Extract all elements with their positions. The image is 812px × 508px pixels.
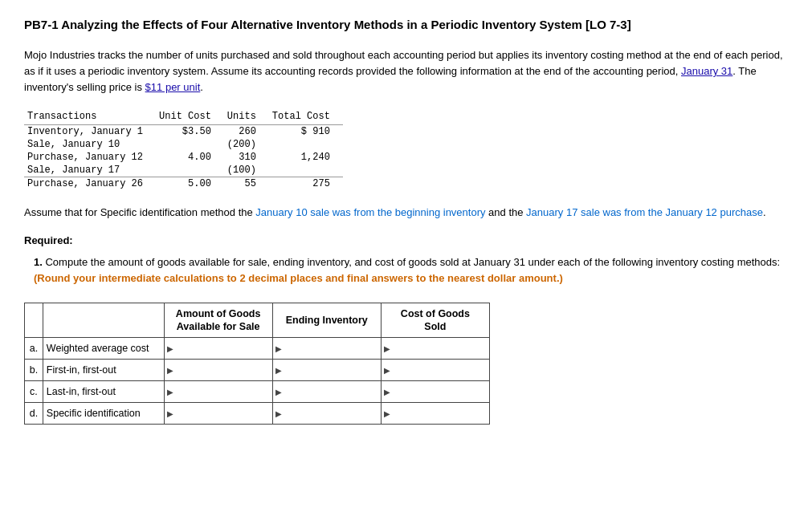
col-header-ending-inventory: Ending Inventory — [272, 303, 381, 338]
total-cost-value — [269, 138, 343, 151]
input-cell-b-cogs[interactable]: ▶ — [381, 360, 489, 381]
arrow-icon-a1: ▶ — [165, 344, 173, 353]
col-header-method — [43, 303, 164, 338]
input-cell-a-goods[interactable]: ▶ — [164, 338, 272, 360]
answer-row-b: b. First-in, first-out ▶ ▶ ▶ — [25, 360, 490, 381]
page-title: PB7-1 Analyzing the Effects of Four Alte… — [24, 16, 788, 33]
method-label-a: Weighted average cost — [43, 338, 164, 360]
input-b-ending-inventory[interactable] — [282, 360, 381, 380]
input-cell-a-cogs[interactable]: ▶ — [381, 338, 489, 360]
assume-highlight-2: January 17 sale was from the January 12 … — [526, 206, 763, 218]
input-c-goods-available[interactable] — [173, 381, 272, 402]
arrow-icon-b1: ▶ — [165, 366, 173, 375]
unit-cost-value — [156, 164, 224, 177]
unit-cost-value: 4.00 — [156, 151, 224, 164]
transaction-name: Inventory, January 1 — [24, 125, 156, 139]
unit-cost-value: $3.50 — [156, 125, 224, 139]
transaction-name: Purchase, January 12 — [24, 151, 156, 164]
table-row: Inventory, January 1 $3.50 260 $ 910 — [24, 125, 343, 139]
col-header-letter — [25, 303, 43, 338]
input-cell-a-ending[interactable]: ▶ — [272, 338, 381, 360]
total-cost-value — [269, 164, 343, 177]
input-b-goods-available[interactable] — [173, 360, 272, 380]
units-value: (100) — [224, 164, 269, 177]
units-value: 310 — [224, 151, 269, 164]
price-highlight: $11 per unit — [145, 81, 201, 93]
unit-cost-value — [156, 138, 224, 151]
method-label-b: First-in, first-out — [43, 360, 164, 381]
answer-table: Amount of GoodsAvailable for Sale Ending… — [24, 303, 490, 425]
answer-row-c: c. Last-in, first-out ▶ ▶ ▶ — [25, 381, 490, 403]
transaction-name: Purchase, January 26 — [24, 177, 156, 191]
assume-text: Assume that for Specific identification … — [24, 205, 788, 221]
question-number: 1. — [34, 256, 43, 268]
input-d-cogs[interactable] — [390, 403, 489, 424]
input-d-ending-inventory[interactable] — [282, 403, 381, 424]
transaction-name: Sale, January 10 — [24, 138, 156, 151]
table-row: Sale, January 10 (200) — [24, 138, 343, 151]
answer-row-d: d. Specific identification ▶ ▶ — [25, 403, 490, 425]
rounding-instruction: (Round your intermediate calculations to… — [34, 272, 563, 284]
input-b-cogs[interactable] — [390, 360, 489, 380]
arrow-icon-c2: ▶ — [273, 388, 282, 396]
answer-row-a: a. Weighted average cost ▶ ▶ ▶ — [25, 338, 490, 360]
required-label: Required: — [24, 234, 788, 246]
unit-cost-value: 5.00 — [156, 177, 224, 191]
table-header-row: Transactions Unit Cost Units Total Cost — [24, 110, 343, 125]
total-cost-value: $ 910 — [269, 125, 343, 139]
input-a-goods-available[interactable] — [173, 338, 272, 359]
arrow-icon-c1: ▶ — [165, 388, 173, 396]
assume-highlight-1: January 10 sale was from the beginning i… — [255, 206, 485, 218]
col-header-units: Units — [224, 110, 269, 125]
row-letter-b: b. — [25, 360, 43, 381]
arrow-icon-d1: ▶ — [165, 409, 173, 418]
description-text: Mojo Industries tracks the number of uni… — [24, 47, 788, 96]
answer-table-wrapper: Amount of GoodsAvailable for Sale Ending… — [24, 303, 788, 425]
row-letter-d: d. — [25, 403, 43, 425]
table-row: Sale, January 17 (100) — [24, 164, 343, 177]
answer-table-header: Amount of GoodsAvailable for Sale Ending… — [25, 303, 490, 338]
col-header-cogs: Cost of GoodsSold — [381, 303, 489, 338]
units-value: (200) — [224, 138, 269, 151]
arrow-icon-a2: ▶ — [273, 344, 282, 353]
input-cell-c-cogs[interactable]: ▶ — [381, 381, 489, 403]
input-cell-b-goods[interactable]: ▶ — [164, 360, 272, 381]
units-value: 55 — [224, 177, 269, 191]
total-cost-value: 1,240 — [269, 151, 343, 164]
row-letter-c: c. — [25, 381, 43, 403]
col-header-transactions: Transactions — [24, 110, 156, 125]
units-value: 260 — [224, 125, 269, 139]
total-cost-value: 275 — [269, 177, 343, 191]
input-c-cogs[interactable] — [390, 381, 489, 402]
col-header-unit-cost: Unit Cost — [156, 110, 224, 125]
input-cell-b-ending[interactable]: ▶ — [272, 360, 381, 381]
col-header-total-cost: Total Cost — [269, 110, 343, 125]
input-cell-d-ending[interactable]: ▶ — [272, 403, 381, 425]
arrow-icon-b3: ▶ — [382, 366, 390, 375]
input-c-ending-inventory[interactable] — [282, 381, 381, 402]
date-highlight: January 31 — [681, 65, 732, 77]
transaction-name: Sale, January 17 — [24, 164, 156, 177]
input-cell-d-goods[interactable]: ▶ — [164, 403, 272, 425]
arrow-icon-a3: ▶ — [382, 344, 390, 353]
method-label-c: Last-in, first-out — [43, 381, 164, 403]
input-cell-c-ending[interactable]: ▶ — [272, 381, 381, 403]
table-row: Purchase, January 12 4.00 310 1,240 — [24, 151, 343, 164]
transactions-table: Transactions Unit Cost Units Total Cost … — [24, 110, 343, 190]
input-cell-c-goods[interactable]: ▶ — [164, 381, 272, 403]
arrow-icon-d2: ▶ — [273, 409, 282, 418]
col-header-goods-available: Amount of GoodsAvailable for Sale — [164, 303, 272, 338]
arrow-icon-b2: ▶ — [273, 366, 282, 375]
table-row: Purchase, January 26 5.00 55 275 — [24, 177, 343, 191]
row-letter-a: a. — [25, 338, 43, 360]
input-a-ending-inventory[interactable] — [282, 338, 381, 359]
input-d-goods-available[interactable] — [173, 403, 272, 424]
input-a-cogs[interactable] — [390, 338, 489, 359]
arrow-icon-d3: ▶ — [382, 409, 390, 418]
input-cell-d-cogs[interactable]: ▶ — [381, 403, 489, 425]
question-1-text: 1. Compute the amount of goods available… — [24, 254, 788, 287]
method-label-d: Specific identification — [43, 403, 164, 425]
arrow-icon-c3: ▶ — [382, 388, 390, 396]
